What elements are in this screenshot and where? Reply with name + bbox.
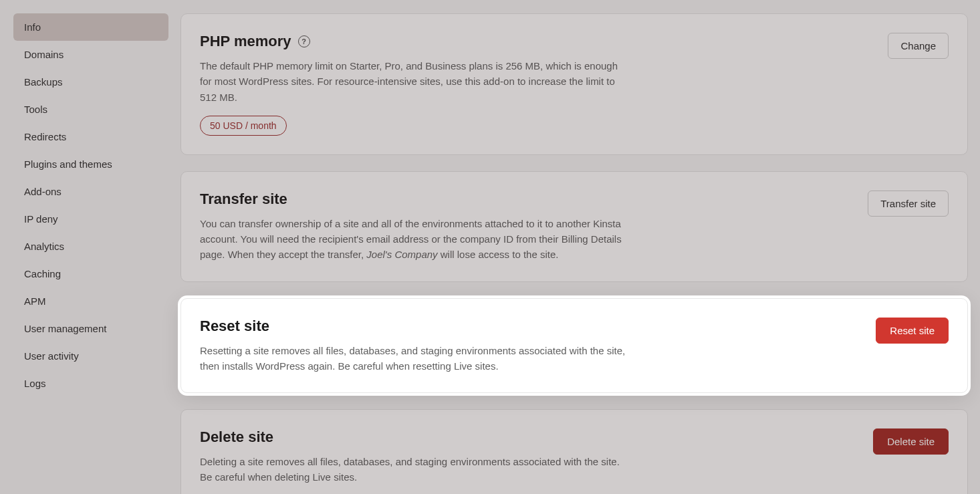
- transfer-site-button[interactable]: Transfer site: [868, 191, 949, 217]
- card-title-row: PHP memory ?: [200, 33, 868, 50]
- sidebar-item-label: IP deny: [24, 213, 58, 225]
- card-title: PHP memory: [200, 33, 291, 50]
- sidebar-item-label: Tools: [24, 104, 47, 115]
- sidebar-item-backups[interactable]: Backups: [13, 68, 168, 96]
- card-title: Reset site: [200, 318, 269, 335]
- sidebar: Info Domains Backups Tools Redirects Plu…: [0, 0, 180, 494]
- delete-site-button[interactable]: Delete site: [873, 428, 949, 455]
- change-button[interactable]: Change: [888, 33, 949, 59]
- viewport: Info Domains Backups Tools Redirects Plu…: [0, 0, 980, 494]
- sidebar-item-label: APM: [24, 295, 46, 307]
- sidebar-item-apm[interactable]: APM: [13, 287, 168, 315]
- card-title-row: Reset site: [200, 318, 856, 335]
- sidebar-item-label: Backups: [24, 76, 63, 88]
- sidebar-item-user-management[interactable]: User management: [13, 315, 168, 342]
- sidebar-item-analytics[interactable]: Analytics: [13, 233, 168, 260]
- sidebar-item-info[interactable]: Info: [13, 13, 168, 41]
- sidebar-item-label: Domains: [24, 49, 64, 60]
- card-description-post: will lose access to the site.: [438, 249, 559, 260]
- help-icon[interactable]: ?: [298, 35, 310, 47]
- card-transfer-site: Transfer site You can transfer ownership…: [180, 171, 968, 282]
- sidebar-item-user-activity[interactable]: User activity: [13, 342, 168, 370]
- sidebar-item-caching[interactable]: Caching: [13, 260, 168, 287]
- card-description: Deleting a site removes all files, datab…: [200, 454, 628, 485]
- sidebar-item-label: User management: [24, 323, 106, 334]
- card-content: Transfer site You can transfer ownership…: [200, 191, 848, 263]
- sidebar-item-label: Plugins and themes: [24, 158, 112, 170]
- card-description: Resetting a site removes all files, data…: [200, 343, 628, 374]
- company-name: Joel's Company: [366, 249, 437, 260]
- card-content: PHP memory ? The default PHP memory limi…: [200, 33, 868, 136]
- card-content: Reset site Resetting a site removes all …: [200, 318, 856, 374]
- card-title-row: Transfer site: [200, 191, 848, 208]
- sidebar-item-redirects[interactable]: Redirects: [13, 123, 168, 150]
- card-content: Delete site Deleting a site removes all …: [200, 428, 853, 485]
- sidebar-item-label: Analytics: [24, 241, 64, 252]
- sidebar-item-label: Redirects: [24, 131, 66, 142]
- sidebar-item-domains[interactable]: Domains: [13, 41, 168, 68]
- sidebar-item-label: Logs: [24, 378, 46, 389]
- card-php-memory: PHP memory ? The default PHP memory limi…: [180, 13, 968, 155]
- sidebar-item-add-ons[interactable]: Add-ons: [13, 178, 168, 205]
- card-reset-site: Reset site Resetting a site removes all …: [180, 298, 968, 394]
- sidebar-item-label: Info: [24, 21, 41, 33]
- reset-site-button[interactable]: Reset site: [876, 318, 949, 344]
- sidebar-item-plugins-themes[interactable]: Plugins and themes: [13, 150, 168, 178]
- sidebar-item-ip-deny[interactable]: IP deny: [13, 205, 168, 233]
- sidebar-item-logs[interactable]: Logs: [13, 370, 168, 397]
- sidebar-item-tools[interactable]: Tools: [13, 96, 168, 123]
- card-title-row: Delete site: [200, 428, 853, 446]
- card-description: The default PHP memory limit on Starter,…: [200, 58, 628, 105]
- sidebar-item-label: Caching: [24, 268, 61, 279]
- sidebar-item-label: User activity: [24, 350, 79, 362]
- main-content: PHP memory ? The default PHP memory limi…: [180, 0, 980, 494]
- price-pill: 50 USD / month: [200, 116, 287, 136]
- card-title: Transfer site: [200, 191, 287, 208]
- card-delete-site: Delete site Deleting a site removes all …: [180, 409, 968, 494]
- card-description: You can transfer ownership of a site and…: [200, 216, 628, 263]
- sidebar-item-label: Add-ons: [24, 186, 62, 197]
- card-title: Delete site: [200, 428, 273, 446]
